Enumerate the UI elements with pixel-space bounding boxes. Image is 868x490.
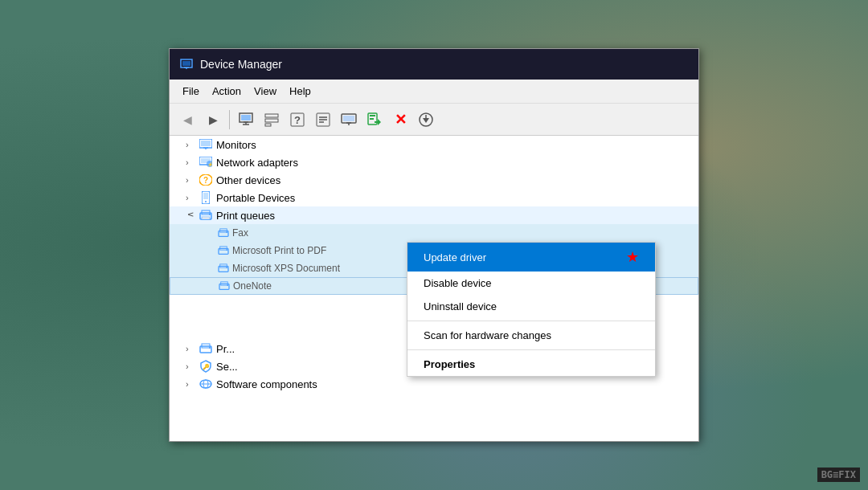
tree-item-other-devices[interactable]: › ? Other devices — [170, 171, 698, 189]
svg-point-57 — [227, 284, 228, 286]
se-icon: 🔑 — [199, 360, 213, 373]
red-star-icon: ★ — [626, 248, 639, 266]
print-sub-1-label: Fax — [232, 227, 248, 239]
svg-marker-27 — [423, 118, 429, 123]
back-button[interactable]: ◀ — [176, 108, 199, 131]
svg-point-60 — [209, 347, 211, 349]
device-manager-window: Device Manager File Action View Help ◀ ▶ — [169, 48, 699, 442]
separator-1 — [407, 321, 655, 321]
print-queues-label: Print queues — [216, 210, 275, 222]
watermark: BG≡FIX — [817, 468, 860, 482]
content-area: › Monitors › ⚡ Netwo — [170, 136, 698, 441]
toolbar: ◀ ▶ ? — [170, 104, 698, 136]
tree-item-software[interactable]: › Software components — [170, 375, 698, 393]
printer-icon-3 — [218, 263, 229, 273]
uninstall-device-label: Uninstall device — [424, 300, 497, 312]
tree-item-monitors[interactable]: › Monitors — [170, 136, 698, 153]
properties-button[interactable] — [312, 108, 334, 131]
download-icon — [419, 112, 433, 127]
svg-rect-23 — [370, 115, 375, 116]
expand-arrow: › — [186, 175, 195, 185]
expand-arrow: › — [186, 344, 195, 353]
properties-label: Properties — [424, 358, 475, 370]
window-icon — [179, 57, 194, 71]
svg-rect-5 — [241, 115, 251, 120]
display-icon — [341, 112, 357, 127]
svg-rect-30 — [201, 141, 211, 146]
other-devices-icon: ? — [199, 174, 213, 186]
printer-icon-2 — [218, 246, 229, 255]
svg-rect-11 — [265, 124, 271, 126]
svg-rect-44 — [202, 217, 210, 219]
back-icon: ◀ — [183, 113, 192, 126]
toolbar-separator-1 — [229, 110, 230, 129]
menu-action[interactable]: Action — [206, 83, 248, 100]
monitors-icon — [199, 138, 213, 151]
menu-file[interactable]: File — [176, 83, 206, 100]
help-button[interactable]: ? — [286, 108, 309, 131]
watermark-text: BG≡FIX — [817, 468, 860, 482]
update-driver-label: Update driver — [424, 251, 486, 263]
svg-text:⚡: ⚡ — [207, 161, 213, 168]
display-button[interactable] — [338, 108, 360, 131]
svg-rect-24 — [370, 118, 374, 120]
svg-rect-9 — [265, 114, 278, 117]
pr-label: Pr... — [216, 343, 235, 355]
expand-arrow: › — [186, 379, 195, 389]
context-disable-device[interactable]: Disable device — [407, 272, 655, 295]
computer-view-icon — [238, 112, 254, 127]
tree-item-network[interactable]: › ⚡ Network adapters — [170, 153, 698, 171]
remove-button[interactable]: ✕ — [389, 108, 411, 131]
network-label: Network adapters — [216, 157, 298, 169]
svg-point-54 — [226, 267, 227, 268]
forward-button[interactable]: ▶ — [202, 108, 224, 131]
printer-icon — [218, 228, 229, 238]
forward-icon: ▶ — [209, 113, 218, 126]
context-scan-hardware[interactable]: Scan for hardware changes — [407, 324, 655, 347]
other-devices-label: Other devices — [216, 174, 280, 186]
expand-arrow: › — [186, 140, 195, 149]
computer-view-button[interactable] — [235, 108, 257, 131]
printer-icon-4 — [219, 281, 230, 291]
update-driver-icon — [367, 112, 382, 127]
menu-bar: File Action View Help — [170, 80, 698, 104]
print-queues-icon — [199, 209, 213, 222]
svg-rect-10 — [265, 119, 278, 122]
tree-item-print-queues[interactable]: ∨ Print queues — [170, 206, 698, 224]
software-label: Software components — [216, 378, 317, 390]
svg-text:?: ? — [294, 114, 301, 126]
svg-text:🔑: 🔑 — [203, 363, 210, 370]
portable-icon — [199, 191, 213, 204]
context-update-driver[interactable]: Update driver ★ — [407, 243, 655, 272]
monitors-label: Monitors — [216, 139, 256, 151]
expand-arrow: ∨ — [186, 210, 196, 220]
context-properties[interactable]: Properties — [407, 353, 655, 376]
scan-hardware-label: Scan for hardware changes — [424, 329, 551, 341]
portable-label: Portable Devices — [216, 192, 295, 204]
svg-point-40 — [205, 201, 207, 202]
expand-arrow: › — [186, 157, 195, 167]
list-view-button[interactable] — [260, 108, 283, 131]
svg-point-48 — [226, 231, 227, 233]
menu-help[interactable]: Help — [283, 83, 317, 100]
svg-point-51 — [226, 249, 227, 251]
software-icon — [199, 378, 213, 390]
print-sub-1[interactable]: Fax — [170, 224, 698, 242]
expand-arrow: › — [186, 361, 195, 371]
window-title: Device Manager — [200, 58, 282, 71]
update-driver-button[interactable] — [363, 108, 386, 131]
expand-arrow: › — [186, 193, 195, 202]
svg-rect-1 — [182, 61, 190, 66]
svg-rect-19 — [343, 116, 354, 121]
print-sub-2-label: Microsoft Print to PDF — [232, 245, 326, 256]
network-icon: ⚡ — [199, 156, 213, 169]
help-icon: ? — [290, 112, 305, 127]
download-button[interactable] — [415, 108, 437, 131]
menu-view[interactable]: View — [248, 83, 283, 100]
tree-item-portable[interactable]: › Portable Devices — [170, 189, 698, 206]
title-bar: Device Manager — [170, 49, 698, 80]
se-label: Se... — [216, 361, 238, 373]
pr-icon — [199, 342, 213, 355]
remove-icon: ✕ — [395, 112, 407, 127]
context-uninstall-device[interactable]: Uninstall device — [407, 295, 655, 318]
